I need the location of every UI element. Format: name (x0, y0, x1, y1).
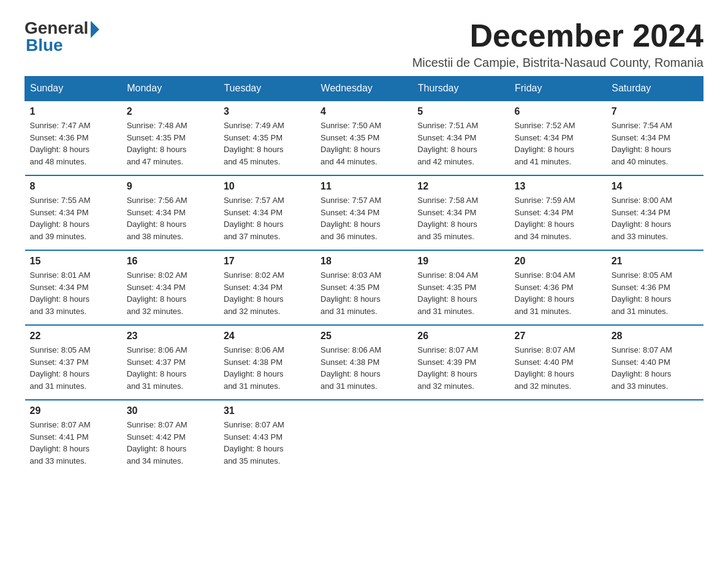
day-number: 9 (127, 181, 214, 192)
day-info: Sunrise: 8:07 AMSunset: 4:42 PMDaylight:… (127, 420, 188, 465)
day-info: Sunrise: 8:03 AMSunset: 4:35 PMDaylight:… (320, 270, 381, 316)
logo-arrow-icon (91, 21, 99, 38)
day-info: Sunrise: 7:56 AMSunset: 4:34 PMDaylight:… (127, 196, 188, 241)
day-info: Sunrise: 8:00 AMSunset: 4:34 PMDaylight:… (612, 196, 672, 241)
calendar-day-cell: 11 Sunrise: 7:57 AMSunset: 4:34 PMDaylig… (316, 175, 412, 250)
day-info: Sunrise: 7:52 AMSunset: 4:34 PMDaylight:… (515, 121, 575, 166)
day-info: Sunrise: 8:01 AMSunset: 4:34 PMDaylight:… (30, 270, 91, 316)
calendar-day-cell: 23 Sunrise: 8:06 AMSunset: 4:37 PMDaylig… (122, 325, 219, 400)
calendar-day-cell: 29 Sunrise: 8:07 AMSunset: 4:41 PMDaylig… (25, 400, 122, 474)
calendar-day-cell (607, 400, 703, 474)
calendar-week-row: 29 Sunrise: 8:07 AMSunset: 4:41 PMDaylig… (25, 400, 704, 474)
day-number: 5 (417, 106, 504, 117)
calendar-day-cell: 21 Sunrise: 8:05 AMSunset: 4:36 PMDaylig… (607, 250, 703, 325)
day-info: Sunrise: 7:48 AMSunset: 4:35 PMDaylight:… (127, 121, 188, 166)
day-number: 19 (417, 256, 504, 267)
day-number: 24 (224, 331, 311, 342)
calendar-day-cell: 30 Sunrise: 8:07 AMSunset: 4:42 PMDaylig… (122, 400, 219, 474)
day-info: Sunrise: 8:04 AMSunset: 4:35 PMDaylight:… (417, 270, 478, 316)
calendar-day-cell: 28 Sunrise: 8:07 AMSunset: 4:40 PMDaylig… (607, 325, 703, 400)
day-number: 12 (417, 181, 504, 192)
calendar-week-row: 22 Sunrise: 8:05 AMSunset: 4:37 PMDaylig… (25, 325, 704, 400)
calendar-day-cell: 4 Sunrise: 7:50 AMSunset: 4:35 PMDayligh… (316, 101, 412, 175)
day-info: Sunrise: 7:59 AMSunset: 4:34 PMDaylight:… (515, 196, 575, 241)
day-of-week-header: Sunday (25, 77, 122, 101)
day-number: 11 (320, 181, 408, 192)
day-number: 14 (612, 181, 699, 192)
day-info: Sunrise: 8:06 AMSunset: 4:37 PMDaylight:… (127, 345, 188, 391)
calendar-day-cell: 17 Sunrise: 8:02 AMSunset: 4:34 PMDaylig… (219, 250, 316, 325)
calendar-week-row: 1 Sunrise: 7:47 AMSunset: 4:36 PMDayligh… (25, 101, 704, 175)
day-number: 20 (515, 256, 602, 267)
calendar-day-cell: 2 Sunrise: 7:48 AMSunset: 4:35 PMDayligh… (122, 101, 219, 175)
calendar-day-cell: 24 Sunrise: 8:06 AMSunset: 4:38 PMDaylig… (219, 325, 316, 400)
calendar-day-cell (412, 400, 509, 474)
calendar-week-row: 15 Sunrise: 8:01 AMSunset: 4:34 PMDaylig… (25, 250, 704, 325)
location-title: Micestii de Campie, Bistrita-Nasaud Coun… (412, 56, 703, 70)
day-info: Sunrise: 8:05 AMSunset: 4:37 PMDaylight:… (30, 345, 91, 391)
day-info: Sunrise: 8:07 AMSunset: 4:39 PMDaylight:… (417, 345, 478, 391)
month-title: December 2024 (412, 18, 703, 53)
day-info: Sunrise: 7:50 AMSunset: 4:35 PMDaylight:… (320, 121, 381, 166)
calendar-day-cell: 16 Sunrise: 8:02 AMSunset: 4:34 PMDaylig… (122, 250, 219, 325)
day-number: 31 (224, 405, 311, 416)
day-number: 27 (515, 331, 602, 342)
day-info: Sunrise: 7:58 AMSunset: 4:34 PMDaylight:… (417, 196, 478, 241)
calendar-day-cell: 22 Sunrise: 8:05 AMSunset: 4:37 PMDaylig… (25, 325, 122, 400)
calendar-body: 1 Sunrise: 7:47 AMSunset: 4:36 PMDayligh… (25, 101, 704, 474)
day-number: 21 (612, 256, 699, 267)
calendar-table: SundayMondayTuesdayWednesdayThursdayFrid… (25, 76, 703, 474)
calendar-day-cell (510, 400, 607, 474)
day-info: Sunrise: 7:47 AMSunset: 4:36 PMDaylight:… (30, 121, 91, 166)
page-header: General Blue December 2024 Micestii de C… (25, 18, 703, 70)
day-number: 16 (127, 256, 214, 267)
calendar-day-cell: 26 Sunrise: 8:07 AMSunset: 4:39 PMDaylig… (412, 325, 509, 400)
calendar-header: SundayMondayTuesdayWednesdayThursdayFrid… (25, 77, 704, 101)
day-number: 3 (224, 106, 311, 117)
calendar-day-cell: 18 Sunrise: 8:03 AMSunset: 4:35 PMDaylig… (316, 250, 412, 325)
day-info: Sunrise: 8:07 AMSunset: 4:41 PMDaylight:… (30, 420, 91, 465)
day-number: 7 (612, 106, 699, 117)
day-number: 6 (515, 106, 602, 117)
calendar-day-cell: 13 Sunrise: 7:59 AMSunset: 4:34 PMDaylig… (510, 175, 607, 250)
day-number: 28 (612, 331, 699, 342)
day-info: Sunrise: 7:49 AMSunset: 4:35 PMDaylight:… (224, 121, 284, 166)
logo: General Blue (25, 18, 99, 55)
day-info: Sunrise: 8:02 AMSunset: 4:34 PMDaylight:… (224, 270, 284, 316)
day-of-week-header: Tuesday (219, 77, 316, 101)
calendar-day-cell: 25 Sunrise: 8:06 AMSunset: 4:38 PMDaylig… (316, 325, 412, 400)
calendar-day-cell: 3 Sunrise: 7:49 AMSunset: 4:35 PMDayligh… (219, 101, 316, 175)
calendar-day-cell: 9 Sunrise: 7:56 AMSunset: 4:34 PMDayligh… (122, 175, 219, 250)
day-number: 10 (224, 181, 311, 192)
day-info: Sunrise: 7:57 AMSunset: 4:34 PMDaylight:… (224, 196, 284, 241)
day-number: 8 (30, 181, 117, 192)
calendar-day-cell: 1 Sunrise: 7:47 AMSunset: 4:36 PMDayligh… (25, 101, 122, 175)
day-info: Sunrise: 8:07 AMSunset: 4:43 PMDaylight:… (224, 420, 284, 465)
day-number: 2 (127, 106, 214, 117)
day-of-week-header: Saturday (607, 77, 703, 101)
calendar-day-cell: 5 Sunrise: 7:51 AMSunset: 4:34 PMDayligh… (412, 101, 509, 175)
calendar-day-cell: 20 Sunrise: 8:04 AMSunset: 4:36 PMDaylig… (510, 250, 607, 325)
day-info: Sunrise: 8:04 AMSunset: 4:36 PMDaylight:… (515, 270, 575, 316)
day-number: 22 (30, 331, 117, 342)
day-of-week-header: Friday (510, 77, 607, 101)
day-number: 4 (320, 106, 408, 117)
day-info: Sunrise: 8:07 AMSunset: 4:40 PMDaylight:… (515, 345, 575, 391)
calendar-day-cell: 12 Sunrise: 7:58 AMSunset: 4:34 PMDaylig… (412, 175, 509, 250)
day-number: 18 (320, 256, 408, 267)
calendar-day-cell: 19 Sunrise: 8:04 AMSunset: 4:35 PMDaylig… (412, 250, 509, 325)
day-number: 13 (515, 181, 602, 192)
calendar-week-row: 8 Sunrise: 7:55 AMSunset: 4:34 PMDayligh… (25, 175, 704, 250)
day-info: Sunrise: 8:06 AMSunset: 4:38 PMDaylight:… (320, 345, 381, 391)
calendar-day-cell: 10 Sunrise: 7:57 AMSunset: 4:34 PMDaylig… (219, 175, 316, 250)
calendar-day-cell: 27 Sunrise: 8:07 AMSunset: 4:40 PMDaylig… (510, 325, 607, 400)
day-number: 1 (30, 106, 117, 117)
calendar-day-cell: 7 Sunrise: 7:54 AMSunset: 4:34 PMDayligh… (607, 101, 703, 175)
calendar-day-cell: 14 Sunrise: 8:00 AMSunset: 4:34 PMDaylig… (607, 175, 703, 250)
day-number: 30 (127, 405, 214, 416)
logo-blue-text: Blue (26, 36, 63, 55)
calendar-day-cell: 8 Sunrise: 7:55 AMSunset: 4:34 PMDayligh… (25, 175, 122, 250)
day-number: 23 (127, 331, 214, 342)
calendar-day-cell: 6 Sunrise: 7:52 AMSunset: 4:34 PMDayligh… (510, 101, 607, 175)
calendar-day-cell (316, 400, 412, 474)
